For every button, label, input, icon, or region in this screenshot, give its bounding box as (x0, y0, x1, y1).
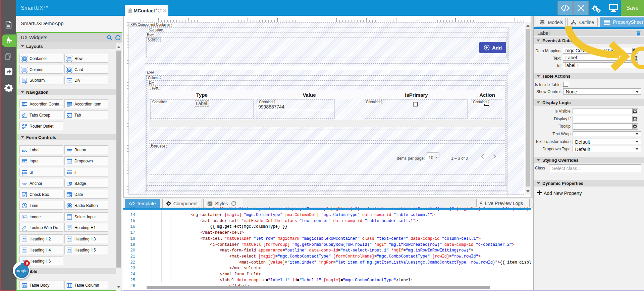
svg-text:H2: H2 (23, 237, 26, 240)
svg-text:H1: H1 (68, 226, 71, 228)
svg-text:</>: </> (68, 79, 71, 82)
svg-text:H4: H4 (23, 248, 26, 251)
svg-text:magic: magic (15, 268, 28, 273)
svg-text:H3: H3 (68, 237, 71, 240)
svg-text:H5: H5 (68, 248, 71, 251)
svg-text:BUTTON: BUTTON (67, 150, 72, 151)
svg-text:abc: abc (21, 149, 28, 152)
svg-text:∞: ∞ (70, 182, 71, 185)
svg-text:<a>: <a> (22, 182, 27, 186)
